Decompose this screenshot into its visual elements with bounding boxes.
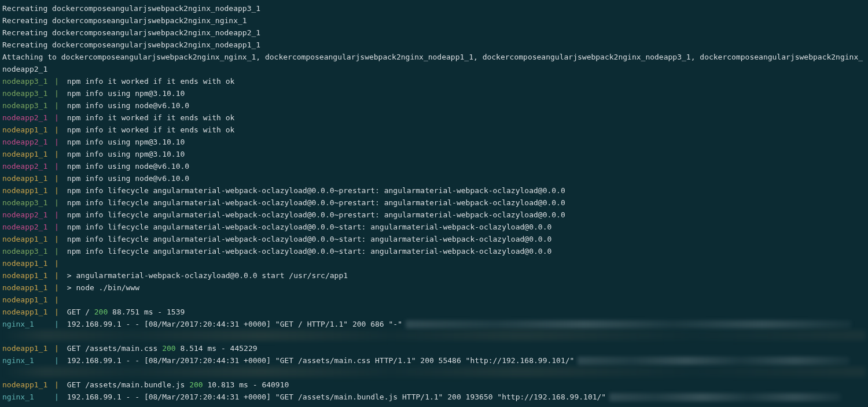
- log-separator: |: [54, 136, 62, 148]
- header-text: Attaching to dockercomposeangularjswebpa…: [2, 53, 863, 61]
- http-timing: 10.813 ms - 640910: [203, 380, 289, 389]
- log-source: nodeapp2_1: [2, 209, 54, 221]
- log-source: nginx_1: [2, 391, 54, 403]
- log-line: nodeapp1_1| GET / 200 88.751 ms - 1539: [2, 306, 866, 318]
- log-source: nodeapp1_1: [2, 233, 54, 245]
- log-message: npm info it worked if it ends with ok: [67, 125, 235, 134]
- redacted-user-agent: [578, 357, 849, 365]
- log-line: nodeapp1_1|: [2, 294, 866, 306]
- log-separator: |: [54, 184, 62, 197]
- log-separator: |: [54, 233, 62, 245]
- log-line: nodeapp2_1| npm info using npm@3.10.10: [2, 136, 866, 148]
- log-line: nodeapp1_1|: [2, 257, 866, 269]
- log-line: Attaching to dockercomposeangularjswebpa…: [2, 51, 866, 63]
- log-line: Recreating dockercomposeangularjswebpack…: [2, 39, 866, 51]
- terminal-output[interactable]: Recreating dockercomposeangularjswebpack…: [0, 0, 868, 403]
- log-separator: |: [54, 318, 62, 330]
- log-line: nodeapp1_1| npm info it worked if it end…: [2, 124, 866, 136]
- http-request: GET /assets/main.bundle.js: [67, 380, 189, 389]
- http-request: GET /assets/main.css: [67, 344, 162, 353]
- log-message: npm info using node@v6.10.0: [67, 162, 189, 171]
- log-message: npm info lifecycle angularmaterial-webpa…: [67, 186, 565, 195]
- log-line: nodeapp1_1| > node ./bin/www: [2, 282, 866, 294]
- redacted-line: [2, 367, 866, 379]
- http-request: GET /: [67, 308, 94, 316]
- log-separator: |: [54, 245, 62, 257]
- log-line: nodeapp3_1| npm info lifecycle angularma…: [2, 245, 866, 257]
- log-line: nginx_1| 192.168.99.1 - - [08/Mar/2017:2…: [2, 354, 866, 367]
- log-message: > node ./bin/www: [67, 283, 139, 292]
- http-status: 200: [162, 344, 175, 353]
- log-line: Recreating dockercomposeangularjswebpack…: [2, 27, 866, 39]
- log-separator: |: [54, 87, 62, 99]
- nginx-access-log: 192.168.99.1 - - [08/Mar/2017:20:44:31 +…: [67, 393, 606, 401]
- log-message: npm info lifecycle angularmaterial-webpa…: [67, 235, 551, 243]
- log-line: nodeapp1_1| npm info using npm@3.10.10: [2, 148, 866, 160]
- log-line: nodeapp2_1| npm info lifecycle angularma…: [2, 221, 866, 233]
- log-separator: |: [54, 306, 62, 318]
- header-text: nodeapp2_1: [2, 65, 47, 73]
- log-line: nodeapp1_1| > angularmaterial-webpack-oc…: [2, 269, 866, 282]
- header-text: Recreating dockercomposeangularjswebpack…: [2, 40, 260, 49]
- log-source: nodeapp2_1: [2, 112, 54, 124]
- log-separator: |: [54, 75, 62, 87]
- log-separator: |: [54, 99, 62, 112]
- log-source: nodeapp3_1: [2, 245, 54, 257]
- header-text: Recreating dockercomposeangularjswebpack…: [2, 4, 260, 13]
- log-source: nginx_1: [2, 318, 54, 330]
- blur-overlay: [2, 367, 866, 377]
- log-message: npm info lifecycle angularmaterial-webpa…: [67, 198, 565, 207]
- log-separator: |: [54, 282, 62, 294]
- log-separator: |: [54, 209, 62, 221]
- log-line: nodeapp2_1| npm info lifecycle angularma…: [2, 209, 866, 221]
- http-status: 200: [94, 308, 108, 316]
- log-line: nodeapp1_1| GET /assets/main.bundle.js 2…: [2, 379, 866, 391]
- log-line: nodeapp1_1| npm info using node@v6.10.0: [2, 172, 866, 184]
- log-message: npm info lifecycle angularmaterial-webpa…: [67, 223, 551, 231]
- log-source: nodeapp1_1: [2, 294, 54, 306]
- log-separator: |: [54, 354, 62, 367]
- log-source: nodeapp3_1: [2, 75, 54, 87]
- log-line: nodeapp3_1| npm info using node@v6.10.0: [2, 99, 866, 112]
- log-source: nodeapp3_1: [2, 197, 54, 209]
- log-message: npm info using npm@3.10.10: [67, 89, 185, 98]
- log-source: nginx_1: [2, 354, 54, 367]
- redacted-user-agent: [609, 393, 841, 401]
- log-source: nodeapp2_1: [2, 136, 54, 148]
- log-separator: |: [54, 294, 62, 306]
- nginx-access-log: 192.168.99.1 - - [08/Mar/2017:20:44:31 +…: [67, 356, 575, 365]
- log-message: npm info using node@v6.10.0: [67, 174, 189, 183]
- log-line: nodeapp3_1| npm info lifecycle angularma…: [2, 197, 866, 209]
- redacted-line: [2, 330, 866, 342]
- log-source: nodeapp2_1: [2, 221, 54, 233]
- log-separator: |: [54, 269, 62, 282]
- log-separator: |: [54, 197, 62, 209]
- log-source: nodeapp3_1: [2, 99, 54, 112]
- log-separator: |: [54, 148, 62, 160]
- log-source: nodeapp1_1: [2, 257, 54, 269]
- log-source: nodeapp1_1: [2, 148, 54, 160]
- log-separator: |: [54, 124, 62, 136]
- log-separator: |: [54, 160, 62, 172]
- log-source: nodeapp1_1: [2, 282, 54, 294]
- log-line: nodeapp3_1| npm info it worked if it end…: [2, 75, 866, 87]
- log-line: nodeapp1_1| GET /assets/main.css 200 8.5…: [2, 342, 866, 354]
- log-source: nodeapp3_1: [2, 87, 54, 99]
- log-line: nodeapp1_1| npm info lifecycle angularma…: [2, 184, 866, 197]
- log-separator: |: [54, 112, 62, 124]
- log-source: nodeapp1_1: [2, 269, 54, 282]
- log-separator: |: [54, 342, 62, 354]
- log-line: nodeapp2_1: [2, 63, 866, 75]
- header-text: Recreating dockercomposeangularjswebpack…: [2, 28, 260, 37]
- log-source: nodeapp1_1: [2, 124, 54, 136]
- log-line: Recreating dockercomposeangularjswebpack…: [2, 14, 866, 27]
- log-line: nginx_1| 192.168.99.1 - - [08/Mar/2017:2…: [2, 391, 866, 403]
- http-timing: 8.514 ms - 445229: [176, 344, 258, 353]
- log-message: npm info using node@v6.10.0: [67, 101, 189, 110]
- log-message: npm info using npm@3.10.10: [67, 150, 185, 158]
- log-message: npm info using npm@3.10.10: [67, 138, 185, 146]
- header-text: Recreating dockercomposeangularjswebpack…: [2, 16, 247, 25]
- log-line: Recreating dockercomposeangularjswebpack…: [2, 2, 866, 14]
- log-separator: |: [54, 221, 62, 233]
- log-message: npm info it worked if it ends with ok: [67, 77, 235, 86]
